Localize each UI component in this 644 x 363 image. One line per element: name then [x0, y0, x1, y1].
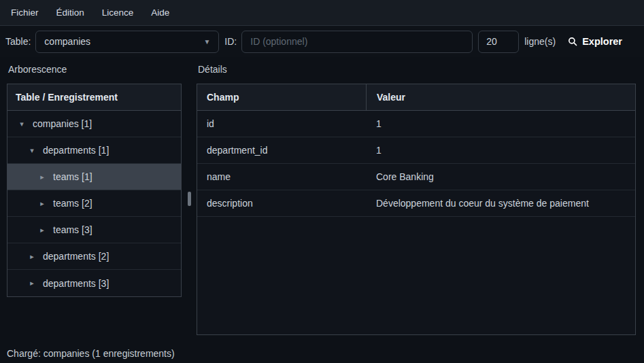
- caret-down-icon[interactable]: ▾: [18, 120, 25, 128]
- content-area: Arborescence Table / Enregistrement ▾com…: [0, 57, 644, 344]
- tree-table: Table / Enregistrement ▾companies [1]▾de…: [7, 84, 182, 297]
- tree-row-label: teams [3]: [53, 224, 92, 235]
- tree-row-label: departments [1]: [43, 145, 109, 156]
- caret-right-icon[interactable]: ▸: [39, 173, 46, 182]
- tree-row-label: teams [1]: [53, 171, 92, 182]
- details-value-cell: Core Banking: [366, 171, 635, 182]
- details-table-body: id1department_id1nameCore Bankingdescrip…: [197, 111, 635, 217]
- tree-panel-title: Arborescence: [7, 57, 182, 84]
- table-label: Table:: [5, 36, 31, 47]
- tree-row-label: departments [2]: [43, 251, 109, 262]
- details-value-cell: 1: [366, 145, 635, 156]
- menubar: Fichier Édition Licence Aide: [0, 0, 644, 26]
- tree-table-header: Table / Enregistrement: [7, 84, 181, 111]
- tree-row[interactable]: ▸departments [3]: [7, 270, 181, 296]
- details-row: id1: [197, 111, 635, 137]
- caret-right-icon[interactable]: ▸: [29, 252, 35, 261]
- details-value-cell: Développement du coeur du système de pai…: [366, 198, 635, 209]
- details-table-header: Champ Valeur: [197, 84, 635, 111]
- tree-row[interactable]: ▾departments [1]: [7, 137, 181, 164]
- table-select-value: companies: [44, 36, 90, 47]
- details-field-cell: description: [197, 198, 366, 209]
- details-panel: Détails Champ Valeur id1department_id1na…: [197, 57, 644, 344]
- tree-row-label: companies [1]: [33, 118, 92, 129]
- explore-button[interactable]: Explorer: [568, 36, 622, 47]
- tree-row[interactable]: ▸teams [2]: [7, 190, 181, 217]
- tree-panel: Arborescence Table / Enregistrement ▾com…: [0, 57, 182, 344]
- chevron-down-icon: ▼: [203, 38, 210, 46]
- tree-row[interactable]: ▸teams [3]: [7, 217, 181, 243]
- tree-row[interactable]: ▾companies [1]: [7, 111, 181, 137]
- menu-licence[interactable]: Licence: [93, 0, 143, 25]
- details-row: nameCore Banking: [197, 164, 635, 190]
- rows-count-input[interactable]: [478, 31, 519, 53]
- caret-right-icon[interactable]: ▸: [39, 199, 46, 208]
- column-header-value: Valeur: [366, 84, 635, 110]
- details-field-cell: name: [197, 171, 366, 182]
- table-select[interactable]: companies ▼: [35, 31, 219, 53]
- menu-aide[interactable]: Aide: [142, 0, 178, 25]
- toolbar: Table: companies ▼ ID: ligne(s) Explorer: [0, 26, 644, 57]
- menu-edition[interactable]: Édition: [48, 0, 93, 25]
- details-row: department_id1: [197, 137, 635, 164]
- caret-right-icon[interactable]: ▸: [39, 226, 46, 235]
- tree-table-body: ▾companies [1]▾departments [1]▸teams [1]…: [7, 111, 181, 296]
- tree-row[interactable]: ▸teams [1]: [7, 164, 181, 190]
- id-label: ID:: [224, 36, 237, 47]
- menu-fichier[interactable]: Fichier: [2, 0, 48, 25]
- search-icon: [568, 37, 577, 46]
- tree-row-label: departments [3]: [43, 278, 109, 289]
- details-field-cell: department_id: [197, 145, 366, 156]
- splitter-handle-icon[interactable]: [188, 192, 191, 206]
- status-bar: Chargé: companies (1 enregistrements): [0, 344, 644, 363]
- tree-row[interactable]: ▸departments [2]: [7, 243, 181, 270]
- panel-splitter[interactable]: [182, 57, 197, 344]
- rows-label: ligne(s): [524, 36, 556, 47]
- details-field-cell: id: [197, 118, 366, 129]
- caret-right-icon[interactable]: ▸: [29, 279, 35, 288]
- caret-down-icon[interactable]: ▾: [29, 146, 35, 155]
- details-panel-title: Détails: [197, 57, 636, 84]
- details-value-cell: 1: [366, 118, 635, 129]
- status-text: Chargé: companies (1 enregistrements): [7, 348, 175, 359]
- column-header-field: Champ: [197, 92, 366, 103]
- id-input[interactable]: [241, 31, 473, 53]
- tree-row-label: teams [2]: [53, 198, 92, 209]
- explore-button-label: Explorer: [582, 36, 622, 47]
- details-table: Champ Valeur id1department_id1nameCore B…: [197, 84, 636, 335]
- details-row: descriptionDéveloppement du coeur du sys…: [197, 190, 635, 217]
